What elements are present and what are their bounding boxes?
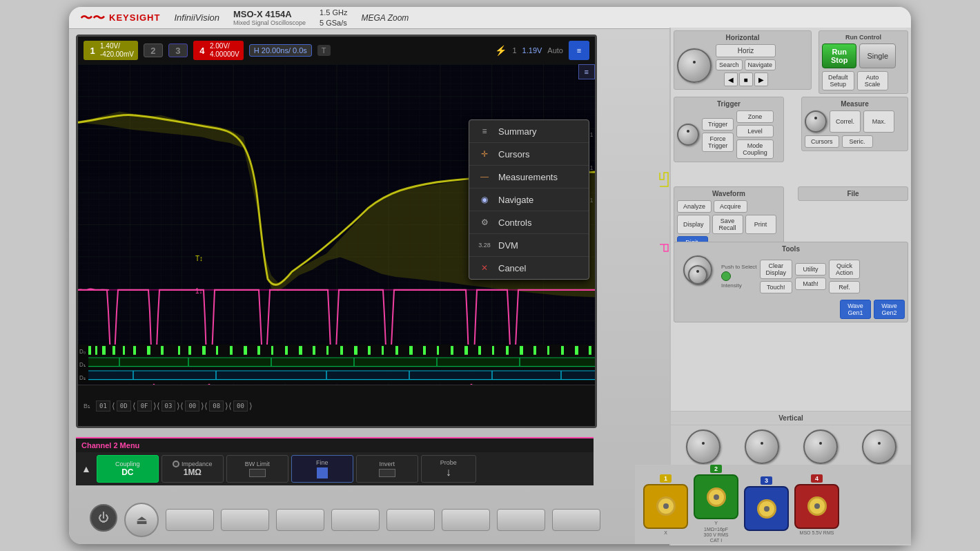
horizontal-row: Horiz Search Navigate ◀ ■ ▶ <box>677 44 808 86</box>
fine-btn[interactable]: Fine <box>291 455 353 483</box>
prev-btn[interactable]: ◀ <box>724 72 738 86</box>
logo: 〜〜 KEYSIGHT <box>80 10 160 26</box>
svg-rect-26 <box>313 346 315 355</box>
zone-btn[interactable]: Zone <box>736 110 774 123</box>
measure-knob[interactable] <box>805 110 827 133</box>
correl-btn[interactable]: Correl. <box>830 110 861 133</box>
wave-gen1-btn[interactable]: WaveGen1 <box>840 300 871 319</box>
menu-item-dvm[interactable]: 3.28 DVM <box>469 234 589 257</box>
summary-tab[interactable]: ≡ <box>578 64 595 79</box>
auto-scale-btn[interactable]: AutoScale <box>857 71 888 90</box>
arrow-4: ⟩⟨ <box>177 401 184 411</box>
trigger-controls: Trigger ForceTrigger Zone Level ModeCoup… <box>677 110 781 159</box>
ref-btn[interactable]: Ref. <box>829 281 860 293</box>
menu-item-navigate[interactable]: ◉ Navigate <box>469 188 589 211</box>
ch2-vert-knob[interactable] <box>745 429 779 464</box>
summary-icon: ≡ <box>585 68 589 76</box>
ch1-vert-knob[interactable] <box>686 429 721 464</box>
mode-coupling-btn[interactable]: ModeCoupling <box>736 139 774 159</box>
menu-item-cursors[interactable]: ✛ Cursors <box>469 143 589 166</box>
svg-rect-41 <box>520 346 523 355</box>
phys-btn-4[interactable] <box>331 509 380 531</box>
next-btn[interactable]: ▶ <box>754 72 768 86</box>
phys-btn-2[interactable] <box>221 509 269 531</box>
phys-btn-1[interactable] <box>166 509 214 531</box>
quick-action-btn[interactable]: QuickAction <box>829 260 860 279</box>
phys-btn-7[interactable] <box>497 509 545 531</box>
svg-rect-42 <box>533 346 536 355</box>
math-btn[interactable]: Math! <box>795 278 826 290</box>
horizontal-knob[interactable] <box>677 48 712 83</box>
stop-btn[interactable]: ■ <box>739 72 753 86</box>
phys-btn-3[interactable] <box>276 509 324 531</box>
invert-btn[interactable]: Invert <box>356 455 418 483</box>
fine-label: Fine <box>316 459 329 466</box>
clear-display-btn[interactable]: ClearDisplay <box>760 260 793 279</box>
force-trigger-btn[interactable]: ForceTrigger <box>702 133 734 152</box>
svg-text:D₁: D₁ <box>79 361 86 367</box>
svg-rect-30 <box>368 346 371 355</box>
trigger-btn[interactable]: Trigger <box>702 118 734 130</box>
utility-btn[interactable]: Utility <box>795 263 826 276</box>
phys-btn-8[interactable] <box>552 509 600 531</box>
menu-item-controls[interactable]: ⚙ Controls <box>469 211 589 234</box>
bus-label: B₁ <box>84 403 90 409</box>
tools-indicators: Push to Select Intensity <box>721 264 757 289</box>
oscilloscope-body: 〜〜 KEYSIGHT InfiniiVision MSO-X 4154A Mi… <box>69 7 911 544</box>
ch4-vert-knob[interactable] <box>862 429 896 464</box>
ch3-vert-knob[interactable] <box>803 429 838 464</box>
eject-button[interactable]: ⏏ <box>124 503 159 537</box>
analyze-btn[interactable]: Analyze <box>677 200 712 213</box>
phys-btn-6[interactable] <box>442 509 490 531</box>
single-btn[interactable]: Single <box>859 44 896 68</box>
measure-box: Measure Correl. Max. Cursors Seric. <box>801 97 908 151</box>
ch3-badge[interactable]: 3 <box>168 44 188 57</box>
bw-limit-btn[interactable]: BW Limit <box>226 455 288 483</box>
physical-buttons-row: ⏏ <box>124 503 656 537</box>
display-btn[interactable]: Display <box>677 215 710 234</box>
run-stop-btn[interactable]: RunStop <box>822 44 856 68</box>
cursors-btn[interactable]: Cursors <box>805 135 839 148</box>
seric-btn[interactable]: Seric. <box>842 135 873 148</box>
max-btn[interactable]: Max. <box>863 110 894 133</box>
run-control-section: Run Control RunStop Single DefaultSetup … <box>819 30 908 94</box>
ch1-badge[interactable]: 1 1.40V/ -420.00mV <box>84 41 138 60</box>
ch2-badge[interactable]: 2 <box>144 44 163 57</box>
horiz-btn[interactable]: Horiz <box>716 44 776 57</box>
menu-item-summary[interactable]: ≡ Summary <box>469 120 589 143</box>
phys-btn-5[interactable] <box>386 509 435 531</box>
impedance-btn[interactable]: Impedance 1MΩ <box>161 455 224 483</box>
spec-freq: 1.5 GHz <box>320 8 347 17</box>
svg-rect-25 <box>299 346 302 355</box>
bw-limit-indicator <box>249 469 266 477</box>
scroll-up-arrow[interactable]: ▲ <box>79 463 94 474</box>
level-btn[interactable]: Level <box>736 125 774 137</box>
navigate-btn[interactable]: Navigate <box>745 59 776 70</box>
save-recall-btn[interactable]: SaveRecall <box>712 215 743 234</box>
cancel-icon: ✕ <box>478 262 491 273</box>
trigger-knob[interactable] <box>677 124 699 146</box>
lightning-icon: ⚡ <box>495 45 507 56</box>
print-btn[interactable]: Print <box>745 215 776 234</box>
t-badge[interactable]: T <box>317 45 331 56</box>
bnc-ch2 <box>694 474 738 519</box>
intensity-inner-knob[interactable] <box>688 265 707 284</box>
default-setup-btn[interactable]: DefaultSetup <box>822 71 854 90</box>
search-btn[interactable]: Search <box>716 59 743 70</box>
h-badge[interactable]: H 20.00ns/ 0.0s <box>249 44 312 57</box>
play-controls: ◀ ■ ▶ <box>716 72 776 86</box>
acquire-btn[interactable]: Acquire <box>714 200 747 213</box>
menu-button[interactable]: ≡ <box>569 41 589 60</box>
coupling-btn[interactable]: Coupling DC <box>97 455 159 483</box>
power-button[interactable]: ⏻ <box>90 504 117 532</box>
svg-rect-37 <box>464 346 468 355</box>
probe-btn[interactable]: Probe ↓ <box>421 455 476 483</box>
menu-item-cancel[interactable]: ✕ Cancel <box>469 257 589 279</box>
ch4-badge[interactable]: 4 2.00V/ 4.00000V <box>193 41 244 60</box>
wave-gen2-btn[interactable]: WaveGen2 <box>874 300 905 319</box>
svg-rect-10 <box>102 346 106 355</box>
menu-item-measurements[interactable]: — Measurements <box>469 166 589 188</box>
connector-ch1-label: 1 <box>660 474 672 483</box>
ch4-val2: 4.00000V <box>210 50 239 59</box>
touch-btn[interactable]: Touch! <box>760 281 793 293</box>
